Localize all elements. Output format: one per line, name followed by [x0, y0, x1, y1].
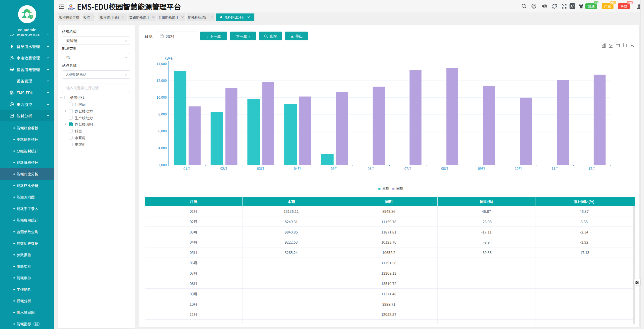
svg-text:09月: 09月 — [478, 166, 485, 171]
svg-text:10月: 10月 — [515, 166, 522, 171]
svg-text:06月: 06月 — [368, 166, 375, 171]
svg-text:12月: 12月 — [588, 166, 595, 171]
svg-text:04月: 04月 — [294, 166, 301, 171]
svg-text:05月: 05月 — [331, 166, 338, 171]
svg-text:14,000: 14,000 — [156, 61, 167, 66]
svg-text:12,000: 12,000 — [156, 78, 167, 83]
svg-text:文: 文 — [573, 4, 575, 7]
svg-text:11月: 11月 — [552, 166, 559, 171]
svg-text:01月: 01月 — [183, 166, 190, 171]
svg-text:07月: 07月 — [404, 166, 411, 171]
svg-text:08月: 08月 — [441, 166, 448, 171]
svg-text:kW·h: kW·h — [165, 56, 173, 61]
svg-text:02月: 02月 — [220, 166, 227, 171]
svg-text:03月: 03月 — [257, 166, 264, 171]
svg-text:10,000: 10,000 — [156, 95, 167, 100]
svg-text:6,000: 6,000 — [158, 128, 167, 133]
svg-text:8,000: 8,000 — [158, 112, 167, 116]
svg-text:常州大学: 常州大学 — [68, 8, 75, 10]
svg-text:4,000: 4,000 — [158, 145, 167, 150]
svg-text:2,000: 2,000 — [158, 162, 167, 167]
